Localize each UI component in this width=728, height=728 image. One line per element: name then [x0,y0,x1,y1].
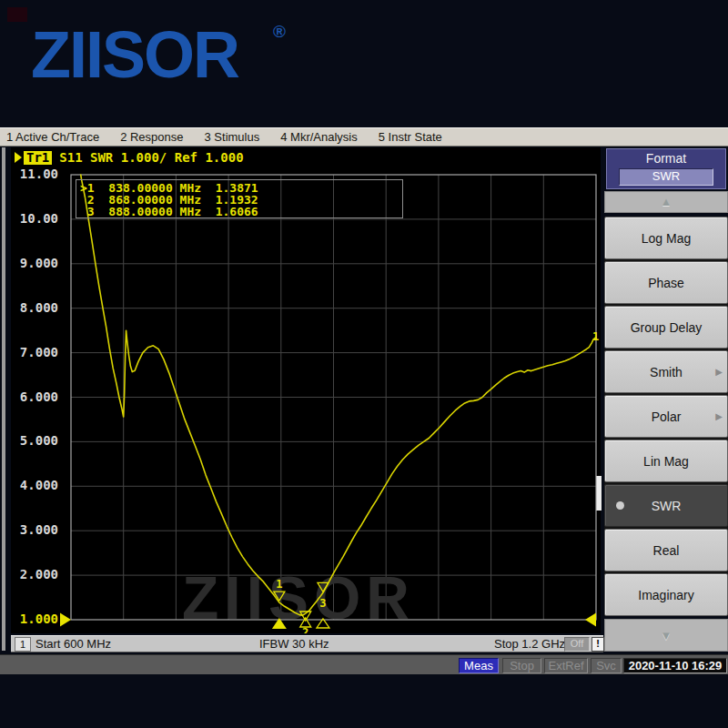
menu-bar: 1 Active Ch/Trace2 Response3 Stimulus4 M… [0,127,728,147]
softkey-menu-value: SWR [619,168,713,186]
scroll-down-icon: ▼ [661,629,672,642]
swr-plot: ZIISOR1231 [11,147,601,633]
softkey-panel: Format SWR ▲ Log MagPhaseGroup DelaySmit… [604,147,728,653]
menu-item[interactable]: 4 Mkr/Analysis [280,130,358,144]
trace-tag[interactable]: Tr1 [24,151,52,165]
active-trace-arrow-icon [15,152,22,163]
watermark: ZIISOR [182,564,415,632]
softkey-polar[interactable]: Polar▶ [604,395,728,438]
status-datetime: 2020-11-10 16:29 [623,658,727,673]
softkey-button-stack: Log MagPhaseGroup DelaySmith▶Polar▶Lin M… [604,217,728,616]
ifbw-label: IFBW 30 kHz [259,637,329,651]
softkey-lin-mag[interactable]: Lin Mag [604,440,728,482]
softkey-menu-header: Format SWR [606,148,726,189]
trace-format-label: S11 SWR 1.000/ Ref 1.000 [59,150,243,165]
channel-number-badge: 1 [15,637,31,652]
softkey-label: SWR [652,499,682,513]
menu-item[interactable]: 2 Response [120,130,183,144]
softkey-phase[interactable]: Phase [604,261,728,304]
selected-dot-icon [616,501,624,510]
ref-level-arrow-right-icon [585,613,596,627]
softkey-log-mag[interactable]: Log Mag [604,217,728,259]
scroll-up-icon: ▲ [661,195,672,208]
marker-readout-box: >1 838.00000 MHz 1.3871 2 868.00000 MHz … [76,179,403,218]
instrument-screen: >1 838.00000 MHz 1.3871 2 868.00000 MHz … [11,147,601,633]
screen-left-frame [2,147,5,651]
softkey-label: Group Delay [631,320,703,335]
softkey-real[interactable]: Real [604,529,728,571]
softkey-menu-title: Format [607,149,725,167]
status-extref: ExtRef [544,658,588,673]
menu-item[interactable]: 5 Instr State [379,130,442,144]
corner-mark [7,7,27,22]
brand-logo: ZIISOR [31,20,238,89]
softkey-label: Imaginary [638,588,693,602]
marker-number-label: 1 [276,578,282,591]
registered-trademark-icon: ® [273,22,286,42]
stop-frequency-label: Stop 1.2 GHz [494,637,565,651]
submenu-arrow-icon: ▶ [715,367,723,377]
softkey-swr[interactable]: SWR [604,484,728,527]
grid-lines [71,175,596,620]
softkey-label: Polar [652,410,682,424]
status-meas: Meas [459,658,499,673]
start-frequency-label: Start 600 MHz [35,637,111,651]
softkey-label: Lin Mag [643,454,689,469]
trace-status-line: Tr1 S11 SWR 1.000/ Ref 1.000 [15,150,244,165]
softkey-smith[interactable]: Smith▶ [604,350,728,393]
softkey-label: Log Mag [642,231,691,246]
softkey-label: Phase [648,276,684,290]
status-bar: Meas Stop ExtRef Svc 2020-11-10 16:29 [0,654,728,674]
softkey-label: Smith [650,365,682,379]
alert-indicator: ! [592,637,604,652]
marker-number-label: 3 [319,597,326,610]
menu-item[interactable]: 1 Active Ch/Trace [6,130,99,144]
scroll-down-button[interactable]: ▼ [604,619,728,652]
status-svc: Svc [591,658,622,673]
ref-level-arrow-left-icon [60,613,71,627]
scroll-up-button[interactable]: ▲ [604,191,728,213]
marker-readout-row: 3 888.00000 MHz 1.6066 [80,206,402,217]
marker-number-label: 1 [592,330,599,343]
softkey-imaginary[interactable]: Imaginary [604,573,728,616]
off-indicator: Off [564,637,590,652]
softkey-label: Real [653,543,680,558]
menu-item[interactable]: 3 Stimulus [205,130,260,144]
submenu-arrow-icon: ▶ [715,411,723,421]
status-stop: Stop [502,658,541,673]
channel-bar: 1 Start 600 MHz IFBW 30 kHz Stop 1.2 GHz… [11,635,603,652]
softkey-group-delay[interactable]: Group Delay [604,306,728,349]
marker-number-label: 2 [302,626,308,633]
